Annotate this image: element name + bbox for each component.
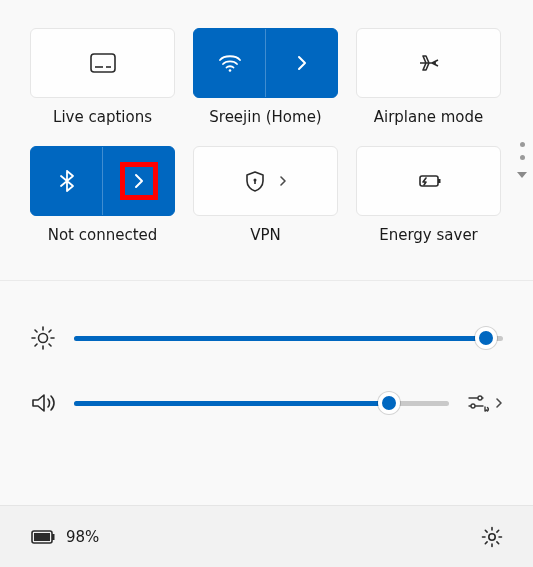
brightness-row — [30, 325, 503, 351]
energy-label: Energy saver — [379, 226, 478, 244]
svg-point-8 — [39, 334, 48, 343]
svg-point-3 — [228, 69, 231, 72]
volume-fill — [74, 401, 389, 406]
quick-settings-panel: Live captions — [0, 0, 533, 244]
live-captions-tile[interactable] — [30, 28, 175, 98]
speaker-icon — [30, 391, 56, 415]
svg-line-13 — [35, 330, 37, 332]
audio-output-picker[interactable] — [467, 393, 503, 413]
bluetooth-label: Not connected — [48, 226, 158, 244]
wifi-tile[interactable] — [193, 28, 338, 98]
bluetooth-icon — [59, 169, 75, 193]
volume-slider[interactable] — [74, 401, 449, 406]
live-captions-label: Live captions — [53, 108, 152, 126]
svg-rect-6 — [420, 176, 438, 186]
tiles-grid: Live captions — [30, 28, 503, 244]
airplane-icon — [417, 52, 441, 74]
battery-icon — [30, 529, 56, 545]
caret-down-icon — [517, 172, 527, 178]
energy-saver-icon — [416, 172, 442, 190]
wifi-icon — [218, 53, 242, 73]
bluetooth-toggle[interactable] — [31, 147, 103, 215]
wifi-toggle[interactable] — [194, 29, 266, 97]
audio-mixer-icon — [467, 393, 489, 413]
scroll-indicator[interactable] — [517, 142, 527, 178]
bluetooth-expand[interactable] — [103, 147, 174, 215]
brightness-slider[interactable] — [74, 336, 503, 341]
sliders-section — [0, 280, 533, 439]
settings-button[interactable] — [481, 526, 503, 548]
chevron-right-icon — [495, 397, 503, 409]
airplane-label: Airplane mode — [374, 108, 484, 126]
svg-rect-23 — [34, 533, 50, 541]
svg-line-15 — [35, 344, 37, 346]
tile-group-airplane: Airplane mode — [356, 28, 501, 126]
shield-lock-icon — [245, 170, 265, 192]
tile-group-live-captions: Live captions — [30, 28, 175, 126]
svg-line-16 — [49, 330, 51, 332]
dot-icon — [520, 155, 525, 160]
chevron-right-icon[interactable] — [279, 175, 287, 187]
energy-saver-tile[interactable] — [356, 146, 501, 216]
chevron-right-icon — [134, 173, 144, 189]
volume-row — [30, 391, 503, 415]
svg-rect-22 — [52, 534, 55, 540]
airplane-tile[interactable] — [356, 28, 501, 98]
svg-rect-7 — [438, 179, 441, 183]
tile-group-wifi: Sreejin (Home) — [193, 28, 338, 126]
battery-text: 98% — [66, 528, 99, 546]
svg-point-24 — [489, 533, 495, 539]
chevron-right-icon — [297, 55, 307, 71]
brightness-thumb[interactable] — [475, 327, 497, 349]
footer-bar: 98% — [0, 505, 533, 567]
bluetooth-tile[interactable] — [30, 146, 175, 216]
vpn-tile[interactable] — [193, 146, 338, 216]
tile-group-energy: Energy saver — [356, 146, 501, 244]
vpn-label: VPN — [250, 226, 281, 244]
tile-group-vpn: VPN — [193, 146, 338, 244]
svg-rect-0 — [91, 54, 115, 72]
battery-status[interactable]: 98% — [30, 528, 99, 546]
tile-group-bluetooth: Not connected — [30, 146, 175, 244]
svg-point-18 — [478, 396, 482, 400]
volume-thumb[interactable] — [378, 392, 400, 414]
svg-line-14 — [49, 344, 51, 346]
brightness-fill — [74, 336, 486, 341]
gear-icon — [481, 526, 503, 548]
wifi-label: Sreejin (Home) — [209, 108, 321, 126]
brightness-icon — [30, 325, 56, 351]
captions-icon — [90, 53, 116, 73]
dot-icon — [520, 142, 525, 147]
svg-point-20 — [471, 404, 475, 408]
wifi-expand[interactable] — [266, 29, 337, 97]
